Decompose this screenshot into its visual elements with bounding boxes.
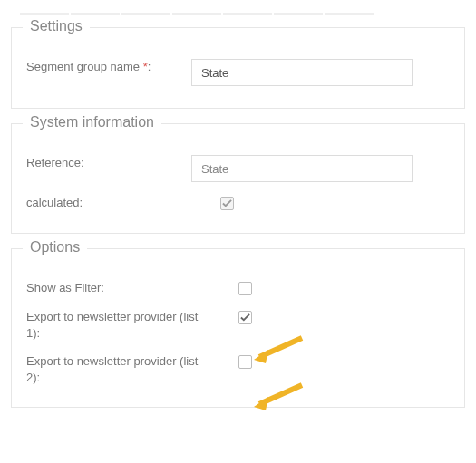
show-as-filter-label: Show as Filter:: [26, 280, 217, 296]
reference-row: Reference:: [26, 155, 450, 182]
segment-group-name-row: Segment group name *:: [26, 59, 450, 86]
calculated-label: calculated:: [26, 195, 191, 211]
check-icon: [240, 313, 250, 323]
show-as-filter-row: Show as Filter:: [26, 280, 450, 296]
calculated-checkbox: [220, 197, 234, 210]
system-info-fieldset: System information Reference: calculated…: [11, 123, 465, 234]
options-fieldset: Options Show as Filter: Export to newsle…: [11, 248, 465, 408]
show-as-filter-checkbox[interactable]: [238, 282, 252, 295]
options-legend: Options: [23, 239, 87, 256]
reference-input: [191, 155, 413, 182]
segment-group-name-label: Segment group name *:: [26, 59, 191, 75]
calculated-row: calculated:: [26, 195, 450, 211]
check-icon: [222, 198, 232, 208]
export-list2-label: Export to newsletter provider (list 2):: [26, 353, 217, 385]
settings-legend: Settings: [23, 18, 90, 34]
segment-group-name-input[interactable]: [191, 59, 413, 86]
export-list2-checkbox[interactable]: [238, 355, 252, 369]
required-asterisk: *: [143, 60, 148, 73]
system-info-legend: System information: [23, 114, 161, 130]
export-list1-label: Export to newsletter provider (list 1):: [26, 309, 217, 341]
reference-label: Reference:: [26, 155, 191, 171]
export-list1-row: Export to newsletter provider (list 1):: [26, 309, 450, 341]
settings-fieldset: Settings Segment group name *:: [11, 27, 465, 109]
export-list2-row: Export to newsletter provider (list 2):: [26, 353, 450, 385]
export-list1-checkbox[interactable]: [238, 311, 252, 324]
